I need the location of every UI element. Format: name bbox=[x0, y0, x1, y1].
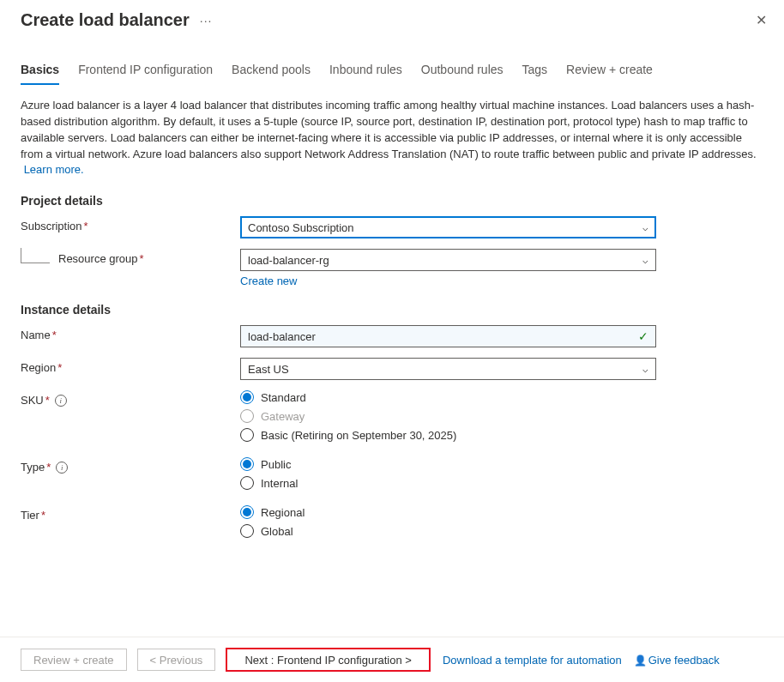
type-option-internal[interactable]: Internal bbox=[240, 476, 656, 490]
tab-outbound-rules[interactable]: Outbound rules bbox=[421, 63, 504, 85]
tier-option-global[interactable]: Global bbox=[240, 524, 656, 538]
name-label: Name bbox=[21, 329, 51, 341]
section-instance-details: Instance details bbox=[21, 303, 763, 317]
radio-icon bbox=[240, 524, 254, 538]
footer-bar: Review + create < Previous Next : Fronte… bbox=[0, 637, 784, 682]
sku-label: SKU bbox=[21, 394, 44, 407]
tab-bar: Basics Frontend IP configuration Backend… bbox=[0, 37, 784, 86]
resource-group-label: Resource group bbox=[58, 252, 138, 265]
chevron-down-icon: ⌵ bbox=[642, 222, 648, 233]
tier-global-label: Global bbox=[261, 525, 293, 538]
required-asterisk: * bbox=[84, 220, 88, 232]
info-icon[interactable]: i bbox=[56, 462, 68, 474]
sku-option-standard[interactable]: Standard bbox=[240, 390, 656, 404]
sku-gateway-label: Gateway bbox=[261, 410, 305, 423]
chevron-down-icon: ⌵ bbox=[642, 255, 648, 266]
create-new-link[interactable]: Create new bbox=[240, 275, 297, 287]
sku-basic-label: Basic (Retiring on September 30, 2025) bbox=[261, 429, 456, 442]
tab-basics[interactable]: Basics bbox=[21, 63, 59, 85]
previous-button: < Previous bbox=[137, 649, 216, 671]
required-asterisk: * bbox=[46, 461, 51, 474]
type-option-public[interactable]: Public bbox=[240, 457, 656, 471]
feedback-icon: 👤 bbox=[634, 655, 647, 667]
next-button[interactable]: Next : Frontend IP configuration > bbox=[226, 648, 431, 672]
tab-tags[interactable]: Tags bbox=[522, 63, 548, 85]
resource-group-select[interactable]: load-balancer-rg ⌵ bbox=[240, 249, 656, 271]
tab-frontend-ip[interactable]: Frontend IP configuration bbox=[78, 63, 213, 85]
region-select[interactable]: East US ⌵ bbox=[240, 358, 656, 380]
tier-option-regional[interactable]: Regional bbox=[240, 505, 656, 519]
subscription-select[interactable]: Contoso Subscription ⌵ bbox=[240, 216, 656, 238]
valid-check-icon: ✓ bbox=[638, 329, 648, 343]
type-label: Type bbox=[21, 461, 45, 474]
close-icon[interactable]: ✕ bbox=[756, 12, 767, 28]
radio-icon bbox=[240, 476, 254, 490]
description-text: Azure load balancer is a layer 4 load ba… bbox=[21, 98, 763, 178]
name-value: load-balancer bbox=[248, 330, 638, 343]
name-input[interactable]: load-balancer ✓ bbox=[240, 325, 656, 347]
radio-icon bbox=[240, 428, 254, 442]
review-create-button: Review + create bbox=[21, 649, 127, 671]
tier-regional-label: Regional bbox=[261, 506, 305, 519]
radio-icon bbox=[240, 457, 254, 471]
section-project-details: Project details bbox=[21, 194, 763, 208]
description-body: Azure load balancer is a layer 4 load ba… bbox=[21, 99, 757, 160]
type-internal-label: Internal bbox=[261, 477, 298, 490]
required-asterisk: * bbox=[57, 361, 62, 374]
required-asterisk: * bbox=[140, 252, 144, 265]
resource-group-value: load-balancer-rg bbox=[248, 254, 329, 267]
tab-inbound-rules[interactable]: Inbound rules bbox=[329, 63, 402, 85]
region-label: Region bbox=[21, 361, 56, 374]
required-asterisk: * bbox=[52, 329, 57, 341]
sku-option-gateway: Gateway bbox=[240, 409, 656, 423]
give-feedback-link[interactable]: 👤Give feedback bbox=[634, 654, 720, 667]
tier-radio-group: Regional Global bbox=[240, 505, 656, 538]
subscription-label: Subscription bbox=[21, 220, 82, 232]
subscription-value: Contoso Subscription bbox=[248, 221, 354, 234]
required-asterisk: * bbox=[41, 509, 45, 522]
tab-backend-pools[interactable]: Backend pools bbox=[232, 63, 311, 85]
info-icon[interactable]: i bbox=[55, 395, 67, 407]
page-title: Create load balancer bbox=[21, 10, 190, 30]
radio-icon bbox=[240, 390, 254, 404]
chevron-down-icon: ⌵ bbox=[642, 364, 648, 375]
sku-standard-label: Standard bbox=[261, 391, 306, 404]
radio-icon bbox=[240, 505, 254, 519]
learn-more-link[interactable]: Learn more. bbox=[24, 163, 84, 176]
required-asterisk: * bbox=[45, 394, 50, 407]
tree-connector-icon bbox=[21, 248, 50, 263]
tier-label: Tier bbox=[21, 509, 39, 522]
give-feedback-label: Give feedback bbox=[648, 654, 720, 667]
sku-option-basic[interactable]: Basic (Retiring on September 30, 2025) bbox=[240, 428, 656, 442]
tab-review-create[interactable]: Review + create bbox=[566, 63, 653, 85]
radio-icon bbox=[240, 409, 254, 423]
more-actions-icon[interactable]: ··· bbox=[200, 14, 213, 27]
type-radio-group: Public Internal bbox=[240, 457, 656, 490]
type-public-label: Public bbox=[261, 458, 291, 471]
download-template-link[interactable]: Download a template for automation bbox=[443, 654, 622, 667]
sku-radio-group: Standard Gateway Basic (Retiring on Sept… bbox=[240, 390, 656, 442]
region-value: East US bbox=[248, 363, 289, 376]
